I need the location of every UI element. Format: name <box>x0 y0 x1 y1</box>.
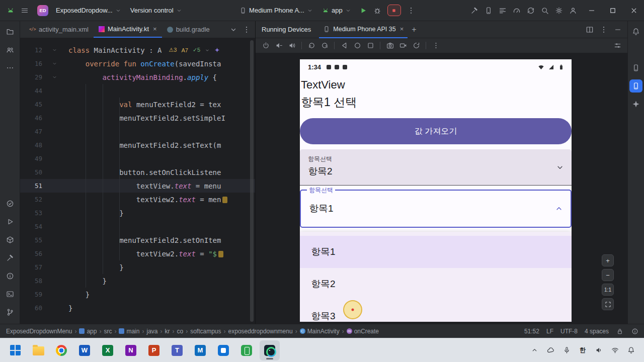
onenote-icon[interactable]: N <box>121 340 141 360</box>
add-device-tab-button[interactable]: + <box>412 25 416 34</box>
breadcrumb-main[interactable]: main <box>119 328 139 335</box>
device-manager-icon[interactable] <box>482 4 495 17</box>
device-selector[interactable]: Medium Phone A... <box>236 4 316 17</box>
indent-setting[interactable]: 4 spaces <box>585 328 609 335</box>
home-icon[interactable] <box>351 40 363 52</box>
editor-tab-MainActivity.kt[interactable]: MainActivity.kt× <box>94 21 162 38</box>
teamwork-icon[interactable] <box>4 43 17 56</box>
breadcrumb-src[interactable]: src <box>104 328 112 335</box>
inspection-widget[interactable]: ⚠3A7✓5 <box>169 47 220 53</box>
device-tab[interactable]: Medium Phone API 35 × <box>319 21 408 38</box>
more-device-actions-icon[interactable] <box>430 40 442 52</box>
sync-project-icon[interactable] <box>524 4 537 17</box>
teams-icon[interactable]: T <box>167 340 187 360</box>
zoom-ratio-button[interactable]: 1:1 <box>602 284 614 296</box>
project-icon[interactable] <box>4 25 17 38</box>
fold-arrow-icon[interactable] <box>48 74 60 80</box>
excel-icon[interactable]: X <box>98 340 118 360</box>
zoom-in-button[interactable]: + <box>602 254 614 266</box>
dropdown-field-outlined[interactable]: 항목선택 항목1 <box>300 190 572 228</box>
readonly-lock-icon[interactable] <box>616 327 624 335</box>
store-icon[interactable] <box>213 340 233 360</box>
more-actions-icon[interactable] <box>405 4 418 17</box>
problems-icon[interactable] <box>4 269 17 283</box>
caret-position[interactable]: 51:52 <box>524 328 539 335</box>
project-selector[interactable]: ExposedDropdow... <box>52 4 125 17</box>
breadcrumb-MainActivity[interactable]: CMainActivity <box>300 328 340 335</box>
rotate-left-icon[interactable] <box>305 40 317 52</box>
zoom-fit-button[interactable] <box>602 298 614 310</box>
commit-icon[interactable] <box>4 197 17 210</box>
code-editor[interactable]: 12class MainActivity : A⚠3A7✓516 overrid… <box>20 38 255 324</box>
hidden-tabs-chevron-icon[interactable] <box>227 23 240 36</box>
dropdown-option-3[interactable]: 항목3 <box>300 300 572 322</box>
zoom-out-button[interactable]: − <box>602 269 614 281</box>
editor-options-icon[interactable] <box>240 23 253 36</box>
android-studio-logo-icon[interactable] <box>4 4 17 17</box>
fold-arrow-icon[interactable] <box>48 47 60 53</box>
build-tool-icon[interactable] <box>4 251 17 264</box>
profiler-icon[interactable] <box>510 4 523 17</box>
vcs-selector[interactable]: Version control <box>127 4 186 17</box>
mic-icon[interactable] <box>561 345 572 355</box>
breadcrumb-softcampus[interactable]: softcampus <box>190 328 221 335</box>
fold-arrow-icon[interactable] <box>48 61 60 66</box>
device-explorer-icon[interactable] <box>629 61 642 74</box>
phone-link-icon[interactable] <box>236 340 257 360</box>
panel-options-icon[interactable] <box>597 23 610 36</box>
start-button[interactable] <box>5 340 25 360</box>
run-config-selector[interactable]: app <box>318 4 355 17</box>
build-icon[interactable] <box>468 4 481 17</box>
maximize-window-icon[interactable] <box>603 0 623 21</box>
ime-korean-indicator[interactable]: 한 <box>578 345 588 355</box>
close-device-tab-icon[interactable]: × <box>400 25 404 33</box>
dropdown-option-2[interactable]: 항목2 <box>300 268 572 300</box>
file-explorer-icon[interactable] <box>28 340 48 360</box>
version-control-icon[interactable] <box>4 306 17 319</box>
breadcrumb-app[interactable]: app <box>79 328 97 335</box>
notifications-icon[interactable] <box>629 25 642 38</box>
dropdown-option-1[interactable]: 항목1 <box>300 236 572 268</box>
breadcrumb-ExposedDropdownMenu[interactable]: ExposedDropdownMenu <box>6 328 72 335</box>
running-devices-icon[interactable] <box>629 79 642 93</box>
debug-button[interactable] <box>371 4 384 17</box>
file-encoding[interactable]: UTF-8 <box>560 328 578 335</box>
run-button[interactable] <box>357 4 370 17</box>
notifications-tray-icon[interactable] <box>626 345 636 355</box>
more-tool-windows-icon[interactable] <box>4 61 17 74</box>
minimize-window-icon[interactable] <box>582 0 602 21</box>
screen-record-icon[interactable] <box>397 40 409 52</box>
volume-icon[interactable] <box>594 345 604 355</box>
hide-panel-icon[interactable] <box>611 23 624 36</box>
screenshot-icon[interactable] <box>384 40 396 52</box>
android-studio-icon[interactable] <box>260 340 280 360</box>
breadcrumb-co[interactable]: co <box>177 328 183 335</box>
breadcrumb-java[interactable]: java <box>146 328 157 335</box>
word-icon[interactable]: W <box>74 340 95 360</box>
get-value-button[interactable]: 값 가져오기 <box>300 118 572 144</box>
line-separator[interactable]: LF <box>546 328 553 335</box>
powerpoint-icon[interactable]: P <box>144 340 164 360</box>
display-settings-icon[interactable] <box>611 40 623 52</box>
back-icon[interactable] <box>338 40 350 52</box>
dropdown-field-filled[interactable]: 항목선택 항목2 <box>300 149 572 186</box>
services-icon[interactable] <box>4 233 17 246</box>
breadcrumb-kr[interactable]: kr <box>165 328 170 335</box>
volume-up-icon[interactable] <box>286 40 298 52</box>
power-icon[interactable] <box>260 40 272 52</box>
search-everywhere-icon[interactable] <box>538 4 551 17</box>
breadcrumb-onCreate[interactable]: monCreate <box>347 328 379 335</box>
editor-tab-activity_main.xml[interactable]: </>activity_main.xml <box>24 21 94 38</box>
close-tab-icon[interactable]: × <box>153 25 157 33</box>
editor-tab-build.gradle[interactable]: build.gradle <box>162 21 215 38</box>
rotate-right-icon[interactable] <box>318 40 331 52</box>
chrome-icon[interactable] <box>51 340 71 360</box>
snapshot-icon[interactable] <box>410 40 422 52</box>
mail-icon[interactable]: M <box>190 340 210 360</box>
close-window-icon[interactable] <box>624 0 644 21</box>
tray-expand-icon[interactable] <box>529 345 539 355</box>
overview-icon[interactable] <box>364 40 376 52</box>
split-panel-icon[interactable] <box>583 23 596 36</box>
breadcrumb-exposeddropdownmenu[interactable]: exposeddropdownmenu <box>228 328 293 335</box>
editor-scrollbar[interactable] <box>250 40 254 322</box>
